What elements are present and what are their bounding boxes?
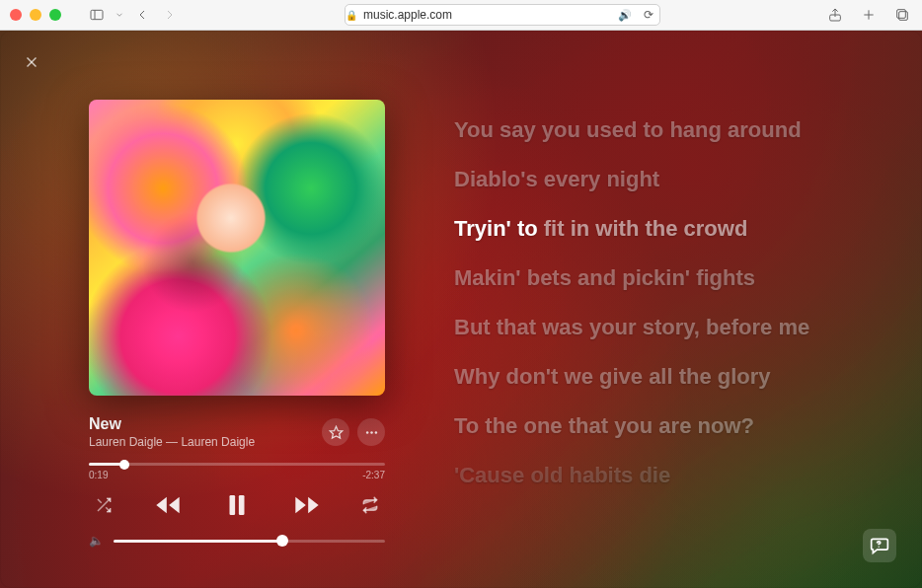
lyric-line[interactable]: Diablo's every night [454,167,843,192]
svg-line-15 [98,499,102,503]
repeat-button[interactable] [361,496,379,514]
track-titles: New Lauren Daigle — Lauren Daigle [89,415,255,449]
lyric-line[interactable]: To the one that you are now? [454,413,843,439]
audio-playing-icon[interactable]: 🔊 [618,9,632,22]
playback-progress-slider[interactable] [89,463,385,466]
svg-rect-0 [91,10,103,19]
svg-marker-9 [330,426,343,438]
share-icon[interactable] [825,7,845,23]
lyrics-toggle-button[interactable] [863,529,896,562]
svg-rect-5 [899,12,908,21]
chevron-down-icon[interactable] [115,7,124,23]
address-bar[interactable]: 🔒 music.apple.com 🔊 ⟳ [345,4,660,26]
svg-marker-20 [308,497,319,513]
reload-icon[interactable]: ⟳ [644,8,653,22]
minimize-window-button[interactable] [30,9,41,21]
svg-point-12 [374,431,377,434]
time-remaining: -2:37 [362,470,385,480]
lyric-line-current[interactable]: Tryin' to fit in with the crowd [454,216,843,242]
svg-marker-21 [295,497,306,513]
svg-rect-19 [239,495,245,515]
close-fullscreen-button[interactable] [18,48,45,76]
previous-button[interactable] [154,491,182,519]
new-tab-icon[interactable] [859,7,879,23]
next-button[interactable] [293,491,321,519]
time-elapsed: 0:19 [89,470,108,480]
album-artwork[interactable] [89,100,385,396]
player-panel: New Lauren Daigle — Lauren Daigle 0:19 -… [89,100,385,548]
maximize-window-button[interactable] [49,9,61,21]
volume-slider[interactable] [114,540,385,543]
lyric-line[interactable]: Makin' bets and pickin' fights [454,265,843,291]
svg-point-22 [879,547,880,548]
forward-button[interactable] [160,7,180,23]
lock-icon: 🔒 [346,10,357,21]
sidebar-icon[interactable] [87,7,107,23]
url-text: music.apple.com [363,8,452,22]
lyric-line[interactable]: But that was your story, before me [454,315,843,340]
volume-icon: 🔈 [89,534,104,548]
svg-marker-16 [156,497,167,513]
favorite-button[interactable] [322,418,349,446]
track-subtitle: Lauren Daigle — Lauren Daigle [89,435,255,449]
close-window-button[interactable] [10,9,22,21]
lyric-line[interactable]: You say you used to hang around [454,117,843,143]
lyric-line[interactable]: Why don't we give all the glory [454,364,843,390]
track-title: New [89,415,255,433]
now-playing-fullscreen: New Lauren Daigle — Lauren Daigle 0:19 -… [0,31,922,588]
svg-point-10 [365,431,368,434]
shuffle-button[interactable] [95,496,113,514]
svg-marker-17 [169,497,180,513]
lyrics-panel: You say you used to hang around Diablo's… [454,117,843,488]
svg-rect-18 [230,495,236,515]
svg-rect-6 [897,10,906,19]
back-button[interactable] [132,7,152,23]
browser-toolbar: 🔒 music.apple.com 🔊 ⟳ [0,0,922,31]
lyric-line[interactable]: 'Cause old habits die [454,463,843,488]
more-button[interactable] [357,418,385,446]
tabs-icon[interactable] [892,7,912,23]
window-controls [10,9,61,21]
pause-button[interactable] [222,490,252,520]
svg-point-11 [370,431,373,434]
